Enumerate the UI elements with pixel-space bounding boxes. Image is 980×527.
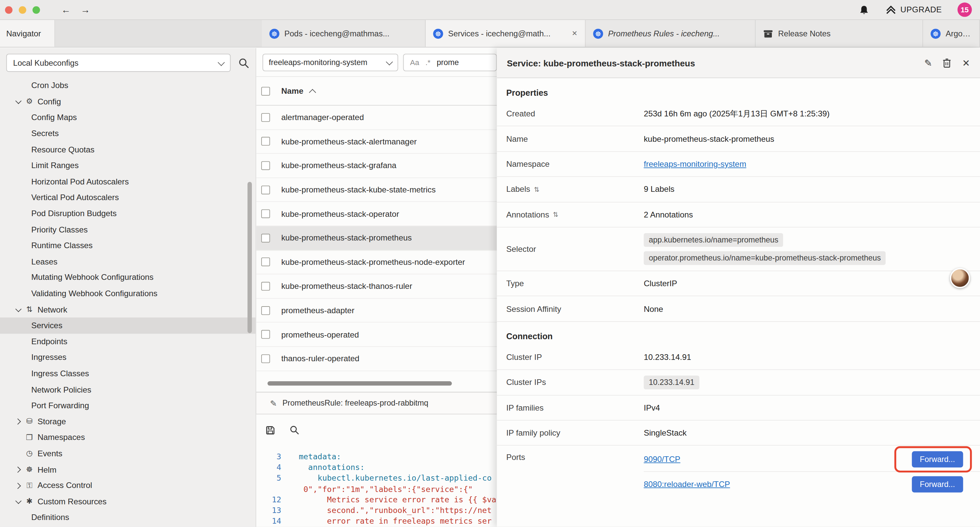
- match-case-toggle[interactable]: Aa: [410, 58, 419, 66]
- regex-toggle[interactable]: .*: [425, 58, 430, 66]
- service-row[interactable]: kube-prometheus-stack-operator: [256, 202, 497, 226]
- sidebar-item[interactable]: Config Maps: [0, 110, 256, 126]
- namespace-link[interactable]: freeleaps-monitoring-system: [644, 159, 746, 169]
- dock-tab-prometheusrule[interactable]: ✎ PrometheusRule: freeleaps-prod-rabbitm…: [256, 393, 497, 414]
- sidebar-item[interactable]: Priority Classes: [0, 221, 256, 237]
- navigator-sidebar: Local Kubeconfigs Cron Jobs ⚙: [0, 48, 256, 527]
- row-checkbox[interactable]: [261, 137, 270, 146]
- cluster-ip-value: 10.233.14.91: [644, 353, 980, 362]
- service-row[interactable]: kube-prometheus-stack-prometheus: [256, 226, 497, 250]
- sidebar-item[interactable]: Horizontal Pod Autoscalers: [0, 174, 256, 189]
- sidebar-scrollbar[interactable]: [248, 182, 252, 333]
- row-checkbox[interactable]: [261, 354, 270, 363]
- expand-toggle-icon[interactable]: ⇅: [534, 185, 540, 193]
- sidebar-item[interactable]: Endpoints: [0, 334, 256, 350]
- search-icon[interactable]: [238, 57, 250, 68]
- sidebar-item[interactable]: ⚿ Access Control: [0, 477, 256, 493]
- sidebar-item[interactable]: Network Policies: [0, 381, 256, 397]
- service-row[interactable]: thanos-ruler-operated: [256, 347, 497, 371]
- editor-search-icon[interactable]: [290, 425, 299, 435]
- upgrade-button[interactable]: UPGRADE: [885, 5, 942, 14]
- sidebar-item[interactable]: Ingresses: [0, 350, 256, 366]
- row-checkbox[interactable]: [261, 113, 270, 122]
- sort-ascending-icon[interactable]: [309, 89, 316, 96]
- port-link[interactable]: 8080:reloader-web/TCP: [644, 480, 730, 489]
- tab-release-notes[interactable]: Release Notes: [756, 20, 923, 47]
- horizontal-scrollbar[interactable]: [267, 381, 452, 385]
- forward-button[interactable]: →: [81, 4, 90, 15]
- sidebar-item[interactable]: ⇅ Network: [0, 301, 256, 318]
- sidebar-item[interactable]: Validating Webhook Configurations: [0, 285, 256, 301]
- sidebar-item[interactable]: Vertical Pod Autoscalers: [0, 189, 256, 205]
- row-checkbox[interactable]: [261, 282, 270, 291]
- sidebar-item-label: Access Control: [37, 481, 92, 490]
- service-row[interactable]: kube-prometheus-stack-prometheus-node-ex…: [256, 250, 497, 274]
- row-checkbox[interactable]: [261, 258, 270, 266]
- service-row[interactable]: prometheus-operated: [256, 323, 497, 347]
- sidebar-item[interactable]: Services: [0, 318, 256, 334]
- row-checkbox[interactable]: [261, 185, 270, 194]
- close-icon[interactable]: ✕: [962, 58, 970, 67]
- name-value: kube-prometheus-stack-prometheus: [644, 134, 980, 143]
- sidebar-item[interactable]: ⚙ Config: [0, 93, 256, 110]
- port-link[interactable]: 9090/TCP: [644, 455, 681, 464]
- service-row[interactable]: kube-prometheus-stack-grafana: [256, 154, 497, 178]
- port-forward-button[interactable]: Forward...: [912, 476, 963, 492]
- notifications-bell-icon[interactable]: [858, 4, 870, 15]
- select-all-checkbox[interactable]: [261, 87, 270, 96]
- sidebar-item-label: Config Maps: [31, 113, 77, 122]
- tree-chevron-icon: [14, 480, 24, 490]
- yaml-editor[interactable]: 3 metadata: 4 annotations: 5 kubectl.kub…: [256, 446, 497, 527]
- sidebar-item[interactable]: Resource Quotas: [0, 142, 256, 158]
- sidebar-item[interactable]: Limit Ranges: [0, 158, 256, 174]
- port-forward-button[interactable]: Forward...: [912, 451, 963, 467]
- sidebar-item[interactable]: Cron Jobs: [0, 77, 256, 93]
- tab-prometheus-rules[interactable]: ☸ Prometheus Rules - icecheng...: [586, 20, 756, 47]
- sidebar-item[interactable]: Secrets: [0, 126, 256, 142]
- tab-pods[interactable]: ☸ Pods - icecheng@mathmas...: [262, 20, 426, 47]
- name-column-header[interactable]: Name: [281, 86, 303, 96]
- service-row[interactable]: kube-prometheus-stack-alertmanager: [256, 130, 497, 154]
- user-avatar[interactable]: [950, 268, 970, 288]
- tab-services[interactable]: ☸ Services - icecheng@math... ✕: [426, 20, 586, 47]
- kubeconfig-select[interactable]: Local Kubeconfigs: [6, 54, 231, 72]
- service-row[interactable]: kube-prometheus-stack-kube-state-metrics: [256, 178, 497, 202]
- tab-argo[interactable]: ☸ Argo Se: [923, 20, 980, 47]
- save-icon[interactable]: [265, 425, 275, 435]
- sidebar-item-label: Leases: [31, 257, 58, 266]
- tab-spacer: [55, 20, 262, 47]
- sidebar-item[interactable]: Mutating Webhook Configurations: [0, 269, 256, 285]
- tree-item-icon: ◷: [24, 449, 35, 458]
- back-button[interactable]: ←: [61, 4, 71, 15]
- sidebar-item[interactable]: ⛁ Storage: [0, 413, 256, 429]
- row-checkbox[interactable]: [261, 306, 270, 315]
- sidebar-item[interactable]: ✱ Custom Resources: [0, 493, 256, 509]
- list-search-input[interactable]: Aa .* prome: [403, 53, 497, 71]
- row-checkbox[interactable]: [261, 234, 270, 242]
- row-checkbox[interactable]: [261, 161, 270, 170]
- close-window-button[interactable]: [5, 6, 12, 13]
- row-checkbox[interactable]: [261, 209, 270, 218]
- service-row[interactable]: prometheus-adapter: [256, 299, 497, 323]
- zoom-window-button[interactable]: [32, 6, 40, 13]
- expand-toggle-icon[interactable]: ⇅: [553, 211, 559, 218]
- sidebar-item[interactable]: Ingress Classes: [0, 366, 256, 382]
- sidebar-item[interactable]: Pod Disruption Budgets: [0, 205, 256, 221]
- tab-close-icon[interactable]: ✕: [572, 29, 578, 37]
- minimize-window-button[interactable]: [19, 6, 26, 13]
- sidebar-item[interactable]: Leases: [0, 253, 256, 269]
- service-row[interactable]: kube-prometheus-stack-thanos-ruler: [256, 274, 497, 299]
- namespace-filter-select[interactable]: freeleaps-monitoring-system: [262, 53, 398, 71]
- notification-count-badge[interactable]: 15: [958, 2, 972, 17]
- sidebar-item[interactable]: ❐ Namespaces: [0, 429, 256, 445]
- service-row[interactable]: alertmanager-operated: [256, 106, 497, 130]
- row-checkbox[interactable]: [261, 330, 270, 339]
- sidebar-item[interactable]: Runtime Classes: [0, 237, 256, 253]
- sidebar-item[interactable]: ☸ Helm: [0, 461, 256, 477]
- sidebar-item[interactable]: Definitions: [0, 509, 256, 525]
- sidebar-item[interactable]: ◷ Events: [0, 445, 256, 461]
- edit-icon[interactable]: ✎: [924, 58, 932, 67]
- delete-icon[interactable]: [943, 58, 951, 68]
- sidebar-item[interactable]: Port Forwarding: [0, 397, 256, 413]
- sidebar-item-label: Ingresses: [31, 353, 67, 362]
